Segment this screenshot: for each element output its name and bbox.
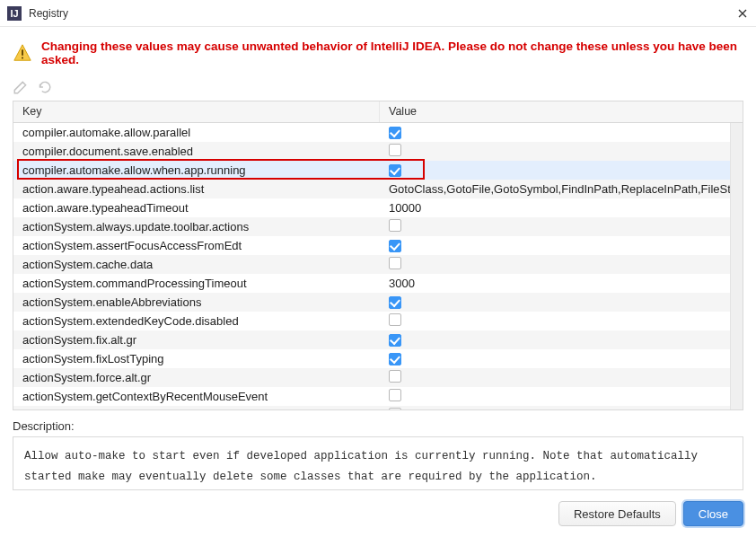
svg-rect-0 [22, 49, 23, 55]
table-row[interactable]: compiler.automake.allow.when.app.running [13, 161, 743, 180]
registry-key: actionSystem.commandProcessingTimeout [13, 277, 380, 290]
checkbox[interactable] [389, 296, 401, 309]
registry-value[interactable]: GotoClass,GotoFile,GotoSymbol,FindInPath… [380, 182, 743, 196]
registry-key: actionSystem.assertFocusAccessFromEdt [13, 239, 380, 252]
registry-value[interactable] [380, 126, 743, 140]
window-close-button[interactable] [736, 7, 749, 20]
registry-key: actionSystem.force.alt.gr [13, 371, 380, 384]
edit-icon[interactable] [13, 79, 29, 95]
title-bar: IJ Registry [0, 0, 756, 27]
registry-value[interactable] [380, 389, 743, 404]
column-header-key[interactable]: Key [13, 101, 380, 122]
table-row[interactable]: action.aware.typeaheadTimeout10000 [13, 198, 743, 217]
dialog-footer: Restore Defaults Close [558, 501, 743, 526]
table-row[interactable]: actionSystem.assertFocusAccessFromEdt [13, 236, 743, 255]
table-row[interactable]: actionSystem.getContextByRecentMouseEven… [13, 387, 743, 406]
registry-value[interactable] [380, 219, 743, 234]
checkbox[interactable] [389, 127, 401, 139]
restore-defaults-button[interactable]: Restore Defaults [558, 501, 676, 526]
checkbox[interactable] [389, 219, 401, 232]
scrollbar[interactable] [730, 123, 743, 410]
table-row[interactable]: actionSystem.extendedKeyCode.disabled [13, 312, 743, 330]
checkbox[interactable] [389, 408, 401, 410]
checkbox[interactable] [389, 240, 401, 252]
table-body[interactable]: compiler.automake.allow.parallelcompiler… [13, 123, 743, 410]
table-row[interactable]: actionSystem.enableAbbreviations [13, 293, 743, 312]
registry-value[interactable] [380, 144, 743, 159]
warning-text: Changing these values may cause unwanted… [41, 40, 742, 66]
table-row[interactable]: actionSystem.commandProcessingTimeout300… [13, 274, 743, 293]
registry-value[interactable]: 3000 [380, 277, 743, 290]
column-header-value[interactable]: Value [380, 101, 743, 122]
registry-value[interactable] [380, 313, 743, 329]
registry-key: actionSystem.fixLostTyping [13, 352, 380, 365]
registry-key: action.aware.typeahead.actions.list [13, 182, 380, 196]
table-header: Key Value [13, 101, 743, 123]
checkbox[interactable] [389, 144, 401, 156]
checkbox[interactable] [389, 353, 401, 365]
checkbox[interactable] [389, 334, 401, 347]
registry-key: compiler.automake.allow.parallel [13, 126, 380, 139]
description-text: Allow auto-make to start even if develop… [13, 436, 743, 490]
registry-value[interactable] [380, 239, 743, 253]
svg-rect-1 [22, 57, 23, 59]
description-label: Description: [13, 419, 743, 433]
registry-value[interactable] [380, 257, 743, 272]
registry-value[interactable] [380, 295, 743, 310]
checkbox[interactable] [389, 370, 401, 383]
registry-key: actionSystem.fix.alt.gr [13, 333, 380, 347]
table-row[interactable]: compiler.automake.allow.parallel [13, 123, 743, 142]
registry-key: actionSystem.extendedKeyCode.disabled [13, 314, 380, 328]
registry-value[interactable]: 10000 [380, 201, 743, 215]
table-row[interactable]: action.aware.typeahead.actions.listGotoC… [13, 180, 743, 198]
registry-value[interactable] [380, 352, 743, 366]
revert-icon[interactable] [36, 79, 52, 95]
table-row[interactable]: compiler.document.save.enabled [13, 142, 743, 161]
checkbox[interactable] [389, 164, 401, 177]
close-button[interactable]: Close [683, 501, 743, 526]
registry-key: compiler.automake.allow.when.app.running [13, 163, 380, 177]
table-row[interactable]: actionSystem.fixLostTyping [13, 349, 743, 368]
registry-key: actionSystem.honor.modal.context [13, 409, 380, 410]
table-row[interactable]: actionSystem.fix.alt.gr [13, 330, 743, 349]
registry-value[interactable] [380, 333, 743, 348]
registry-key: actionSystem.always.update.toolbar.actio… [13, 220, 380, 233]
table-row[interactable]: actionSystem.cache.data [13, 255, 743, 274]
registry-key: action.aware.typeaheadTimeout [13, 201, 380, 215]
registry-table: Key Value compiler.automake.allow.parall… [13, 101, 743, 410]
table-row[interactable]: actionSystem.honor.modal.context [13, 406, 743, 410]
checkbox[interactable] [389, 313, 401, 326]
table-row[interactable]: actionSystem.always.update.toolbar.actio… [13, 217, 743, 236]
app-icon: IJ [7, 6, 22, 21]
registry-key: actionSystem.getContextByRecentMouseEven… [13, 390, 380, 403]
registry-value[interactable] [380, 163, 743, 178]
window-title: Registry [29, 7, 736, 20]
registry-value[interactable] [380, 370, 743, 385]
table-row[interactable]: actionSystem.force.alt.gr [13, 368, 743, 387]
warning-icon [13, 43, 32, 63]
toolbar [0, 79, 756, 101]
registry-key: actionSystem.cache.data [13, 258, 380, 271]
warning-banner: Changing these values may cause unwanted… [0, 27, 756, 79]
registry-key: compiler.document.save.enabled [13, 145, 380, 158]
registry-key: actionSystem.enableAbbreviations [13, 295, 380, 309]
checkbox[interactable] [389, 389, 401, 401]
registry-value[interactable] [380, 408, 743, 410]
checkbox[interactable] [389, 257, 401, 269]
